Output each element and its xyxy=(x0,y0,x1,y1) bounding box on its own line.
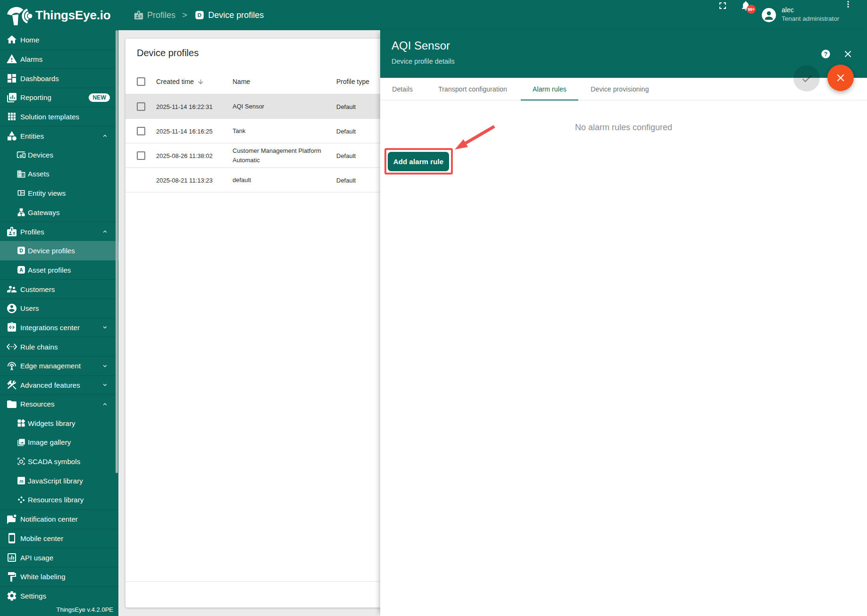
column-header-created-time[interactable]: Created time xyxy=(156,69,204,94)
people-icon xyxy=(6,283,17,295)
sidebar-scrollbar[interactable] xyxy=(116,30,118,473)
sidebar-item-settings[interactable]: Settings xyxy=(0,586,118,606)
sidebar-item-alarms[interactable]: Alarms xyxy=(0,50,118,69)
sidebar-item-api-usage[interactable]: API usage xyxy=(0,548,118,567)
apply-changes-fab[interactable] xyxy=(793,65,820,92)
user-role: Tenant administrator xyxy=(782,15,839,23)
diamonds-icon xyxy=(17,495,26,505)
devices-icon xyxy=(17,150,26,159)
column-header-name[interactable]: Name xyxy=(233,69,330,94)
js-icon: JS xyxy=(17,476,26,485)
sidebar-item-entities[interactable]: Entities xyxy=(0,126,118,145)
cell-name: Customer Management Platform Automatic xyxy=(233,143,330,168)
image-icon xyxy=(17,438,26,447)
brand-logo-link[interactable]: ThingsEye.io xyxy=(6,4,110,26)
letter-d-icon: D xyxy=(17,246,26,255)
sidebar-item-label: Alarms xyxy=(20,55,42,63)
format-paint-icon xyxy=(6,571,17,583)
sidebar-item-users[interactable]: Users xyxy=(0,299,118,318)
add-alarm-rule-button[interactable]: Add alarm rule xyxy=(388,152,449,171)
tab-transport-configuration[interactable]: Transport configuration xyxy=(425,78,521,100)
sidebar-item-devices[interactable]: Devices xyxy=(0,145,118,165)
dashboard-icon xyxy=(6,73,17,84)
tab-label: Alarm rules xyxy=(533,85,567,93)
chevron-down-icon xyxy=(101,362,108,369)
sidebar-item-label: Reporting xyxy=(20,93,51,101)
row-checkbox[interactable] xyxy=(137,102,145,111)
svg-text:?: ? xyxy=(824,51,827,58)
close-panel-icon[interactable] xyxy=(842,49,853,59)
api-chart-icon xyxy=(6,552,17,563)
sidebar-item-label: Integrations center xyxy=(20,324,80,332)
sidebar-item-label: API usage xyxy=(20,554,53,562)
sidebar-item-asset-profiles[interactable]: AAsset profiles xyxy=(0,260,118,280)
more-options-icon[interactable] xyxy=(844,0,852,12)
sidebar-item-gateways[interactable]: Gateways xyxy=(0,203,118,222)
sidebar-item-home[interactable]: Home xyxy=(0,30,118,50)
sidebar-item-label: Assets xyxy=(28,170,50,178)
sidebar-item-mobile-center[interactable]: Mobile center xyxy=(0,529,118,548)
column-header-profile-type[interactable]: Profile type xyxy=(336,69,369,94)
user-menu[interactable]: alec Tenant administrator xyxy=(782,6,839,23)
sidebar-item-resources[interactable]: Resources xyxy=(0,394,118,414)
chevron-down-icon xyxy=(101,382,108,389)
sidebar-item-label: Edge management xyxy=(20,362,81,370)
sidebar-item-label: Entities xyxy=(20,132,44,140)
ethernet-icon xyxy=(6,341,17,352)
sidebar-item-label: Widgets library xyxy=(28,419,75,427)
chat-dot-icon xyxy=(6,514,17,525)
cancel-changes-fab[interactable] xyxy=(827,65,854,91)
antenna-icon xyxy=(6,360,17,372)
chevron-up-icon xyxy=(101,133,108,140)
sidebar-item-assets[interactable]: Assets xyxy=(0,164,118,183)
cell-profile-type: Default xyxy=(336,94,356,119)
row-checkbox[interactable] xyxy=(137,127,145,135)
sidebar-item-customers[interactable]: Customers xyxy=(0,279,118,299)
sidebar-item-label: Solution templates xyxy=(20,113,79,121)
breadcrumb-profiles-label: Profiles xyxy=(147,10,175,20)
help-icon[interactable]: ? xyxy=(821,49,831,59)
breadcrumb-device-profiles[interactable]: D Device profiles xyxy=(194,10,264,20)
tab-details[interactable]: Details xyxy=(380,78,425,100)
sidebar-item-reporting[interactable]: ReportingNEW xyxy=(0,88,118,107)
sidebar-item-label: Resources xyxy=(20,400,55,408)
svg-text:D: D xyxy=(198,12,201,18)
user-avatar[interactable] xyxy=(762,8,776,22)
sidebar-item-image-gallery[interactable]: Image gallery xyxy=(0,433,118,452)
sidebar-item-white-labeling[interactable]: White labeling xyxy=(0,567,118,586)
sidebar-item-entity-views[interactable]: Entity views xyxy=(0,183,118,203)
sidebar-item-edge-management[interactable]: Edge management xyxy=(0,356,118,375)
apps-icon xyxy=(6,111,17,122)
sidebar-item-rule-chains[interactable]: Rule chains xyxy=(0,337,118,356)
row-checkbox[interactable] xyxy=(137,151,145,160)
fullscreen-icon[interactable] xyxy=(717,0,728,11)
sidebar-item-label: Advanced features xyxy=(20,381,80,389)
chevron-up-icon xyxy=(101,228,108,235)
tab-alarm-rules[interactable]: Alarm rules xyxy=(521,78,578,100)
tab-device-provisioning[interactable]: Device provisioning xyxy=(578,78,661,100)
chevron-up-icon xyxy=(101,400,108,408)
version-label: ThingsEye v.4.2.0PE xyxy=(57,606,113,613)
breadcrumb-profiles[interactable]: Profiles xyxy=(133,10,175,20)
select-all-checkbox[interactable] xyxy=(137,77,145,86)
sidebar-item-scada-symbols[interactable]: SCADA symbols xyxy=(0,452,118,471)
sidebar-item-resources-library[interactable]: Resources library xyxy=(0,490,118,509)
sidebar-item-label: White labeling xyxy=(20,573,66,581)
sidebar-item-javascript-library[interactable]: JSJavaScript library xyxy=(0,471,118,491)
chevron-right-icon: > xyxy=(182,10,187,20)
sidebar-item-profiles[interactable]: Profiles xyxy=(0,222,118,241)
sidebar-item-dashboards[interactable]: Dashboards xyxy=(0,68,118,88)
sidebar-item-widgets-library[interactable]: Widgets library xyxy=(0,414,118,433)
select-all-checkbox-cell xyxy=(137,69,145,94)
sort-desc-arrow-icon[interactable] xyxy=(197,78,204,85)
sidebar-item-integrations-center[interactable]: Integrations center xyxy=(0,318,118,337)
cell-created-time: 2025-08-21 11:13:23 xyxy=(156,168,213,192)
sidebar-item-device-profiles[interactable]: DDevice profiles xyxy=(0,241,118,260)
reporting-icon xyxy=(6,92,17,103)
sidebar-item-notification-center[interactable]: Notification center xyxy=(0,509,118,529)
brand-name: ThingsEye.io xyxy=(35,8,110,23)
tab-label: Transport configuration xyxy=(438,85,507,93)
sidebar-item-advanced-features[interactable]: Advanced features xyxy=(0,375,118,395)
sidebar-item-solution-templates[interactable]: Solution templates xyxy=(0,107,118,126)
user-name: alec xyxy=(782,6,839,15)
